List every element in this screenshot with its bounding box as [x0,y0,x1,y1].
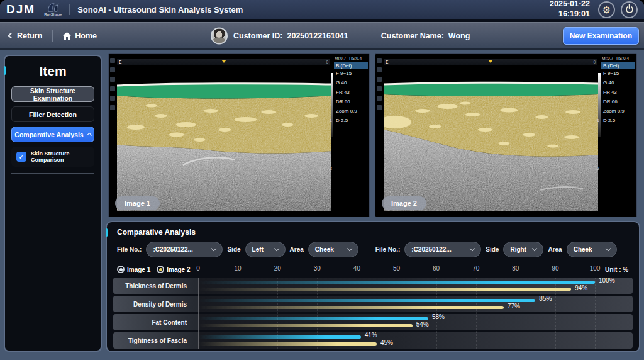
tis-value: TIS:0.4 [348,56,362,60]
us-parameters: MI:0.7 TIS:0.4 B (Det) F 9~15 G 40 FR 43… [601,56,635,126]
ruler-strip: E 0 [117,59,330,65]
bar-value-label: 54% [416,321,429,328]
grayscale-bar [598,73,601,137]
param-depth: D 2.5 [601,116,635,126]
bar-value-label: 85% [539,295,552,302]
chevron-left-icon [8,33,14,39]
param-zoom: Zoom 0.9 [334,107,368,116]
ruler-zero: 0 [593,60,596,64]
focus-marker-icon [221,60,226,65]
bar-image-2 [198,324,413,327]
axis-tick: 60 [433,265,440,272]
comparison-chart: Image 1Image 2 0102030405060708090100 Un… [113,263,633,349]
axis-tick: 70 [472,265,479,272]
checkbox-checked-icon[interactable]: ✓ [16,152,26,162]
datetime: 2025-01-22 16:19:01 [550,0,590,20]
depth-mark-2: 2 [597,166,599,171]
top-bar: DJM RayShape SonoAI - Ultrasound Skin An… [0,0,644,19]
radio-icon [117,266,125,273]
bar-value-label: 77% [508,303,520,310]
power-icon [626,6,633,13]
side-select-right[interactable]: Right [503,242,543,257]
file-no-label-right: File No.: [375,246,400,253]
sidebar-item-skin-structure-examination[interactable]: Skin Structure Examination [11,86,94,102]
row-label: Tightness of Fascia [113,332,198,349]
sidebar-accent [4,66,6,75]
ultrasound-image-1-panel: E 0 [108,53,370,217]
bar-value-label: 41% [365,332,377,339]
area-select-right[interactable]: Cheek [567,242,617,257]
tgc-controls[interactable] [377,58,382,110]
mode-value: B (Det) [334,62,368,69]
comparative-analysis-panel: Comparative Analysis File No.: :C2025012… [106,221,640,352]
chevron-down-icon [274,246,279,251]
area-label-left: Area [290,246,304,253]
side-select-left[interactable]: Left [245,242,286,257]
legend-item-image-1[interactable]: Image 1 [117,266,150,273]
param-gain: G 40 [334,79,368,88]
row-plot: 100%94% [198,278,595,294]
bar-image-2 [198,288,571,291]
ultrasound-image-2-panel: E 0 [375,53,637,217]
depth-mark-1: 1 [330,118,332,123]
chart-legend: Image 1Image 2 [113,266,198,273]
nav-divider [52,30,53,42]
sail-icon [46,3,60,12]
chevron-up-icon [86,133,91,138]
panel-title: Comparative Analysis [117,228,639,237]
topbar-divider [69,4,70,15]
mi-value: MI:0.7 [335,56,346,60]
param-zoom: Zoom 0.9 [601,107,635,116]
customer-avatar [211,27,228,44]
depth-mark-2: 2 [330,166,332,171]
sidebar-divider [11,173,94,174]
param-dynamic-range: DR 66 [601,98,635,107]
main-area: Item Skin Structure Examination Filler D… [0,50,644,360]
image-2-label: Image 2 [382,196,426,210]
row-label: Thickness of Dermis [113,278,198,294]
area-select-left[interactable]: Cheek [308,242,358,257]
bar-value-label: 45% [380,339,393,346]
probe-orientation-mark: E [119,60,121,64]
home-button[interactable]: Home [63,31,97,40]
sidebar-item-comparative-analysis[interactable]: Comparative Analysis [11,127,94,142]
legend-label: Image 2 [167,266,190,273]
rayshape-logo: RayShape [44,3,62,16]
chart-row: Thickness of Dermis100%94% [113,278,633,294]
ultrasound-image-2 [384,67,598,211]
file-no-select-right[interactable]: :C20250122... [404,242,481,257]
ruler-zero: 0 [326,60,328,64]
tis-value: TIS:0.4 [616,56,629,60]
ruler-strip: E 0 [384,59,597,65]
param-framerate: FR 43 [334,88,368,98]
bar-image-1 [198,281,595,284]
sidebar-subitem-skin-structure-comparison[interactable]: ✓ Skin Structure Comparison [11,147,94,167]
gear-icon: ⚙ [602,5,611,14]
tgc-controls[interactable] [110,58,115,110]
bar-value-label: 58% [432,313,445,320]
file-no-select-left[interactable]: :C20250122... [146,242,223,257]
axis-tick: 80 [512,265,519,272]
power-button[interactable] [621,1,638,18]
chart-rows: Thickness of Dermis100%94%Density of Der… [113,278,633,349]
axis-tick: 40 [353,265,360,272]
axis-tick: 0 [196,265,200,272]
param-depth: D 2.5 [334,116,368,126]
sidebar-item-filler-detection[interactable]: Filler Detection [11,106,94,122]
return-button[interactable]: Return [9,31,42,40]
customer-name-value: Wong [448,31,470,40]
sidebar-title: Item [11,64,94,79]
mode-value: B (Det) [601,62,635,69]
chart-row: Fat Content58%54% [113,314,633,330]
legend-item-image-2[interactable]: Image 2 [157,266,190,273]
param-gain: G 40 [601,79,635,88]
djm-logo: DJM [6,3,35,16]
depth-mark-1: 1 [597,118,599,123]
row-plot: 85%77% [198,296,595,312]
mi-value: MI:0.7 [602,56,613,60]
new-examination-button[interactable]: New Examination [563,27,639,45]
customer-id-value: 20250122161041 [287,31,348,40]
rayshape-label: RayShape [44,13,62,16]
item-sidebar: Item Skin Structure Examination Filler D… [4,55,102,352]
settings-button[interactable]: ⚙ [598,1,615,18]
